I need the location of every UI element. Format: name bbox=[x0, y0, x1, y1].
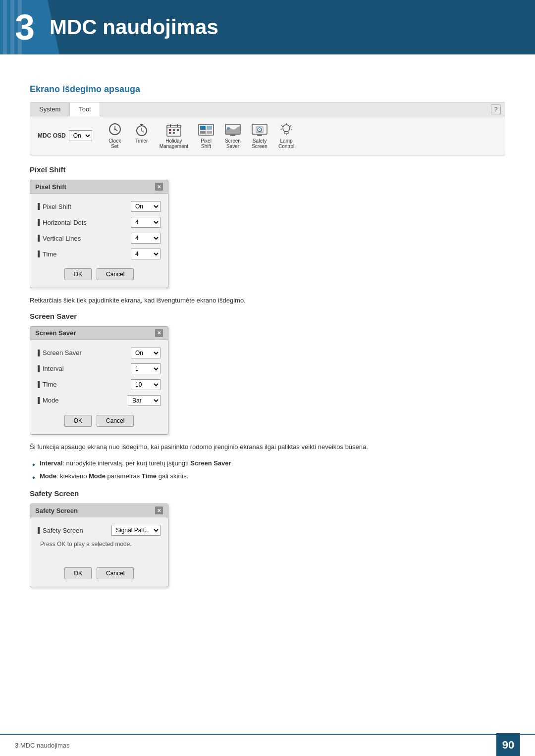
pixel-shift-label-3: Time bbox=[38, 251, 56, 258]
svg-rect-24 bbox=[200, 131, 206, 134]
svg-point-32 bbox=[283, 125, 290, 132]
toolbar-body: MDC OSD On Off bbox=[30, 116, 505, 155]
mdc-osd-control: MDC OSD On Off bbox=[38, 130, 92, 141]
pixel-shift-label-line1: Pixel bbox=[201, 138, 212, 144]
safety-screen-titlebar: Safety Screen ✕ bbox=[30, 504, 168, 517]
safety-screen-info: Press OK to play a selected mode. bbox=[38, 541, 160, 548]
safety-screen-label-line2: Screen bbox=[252, 144, 268, 149]
clock-set-label-line2: Set bbox=[111, 144, 118, 149]
timer-label: Timer bbox=[135, 138, 148, 144]
screen-saver-bold: Screen Saver bbox=[190, 459, 231, 467]
holiday-label-line1: Holiday bbox=[165, 138, 182, 144]
pixel-shift-icon bbox=[197, 122, 215, 137]
pixel-shift-row-2: Vertical Lines 4123 bbox=[38, 233, 160, 244]
pixel-shift-cancel-button[interactable]: Cancel bbox=[97, 268, 134, 280]
pixel-shift-close-button[interactable]: ✕ bbox=[155, 183, 163, 191]
toolbar-screen-saver[interactable]: Screen Saver bbox=[220, 120, 246, 151]
safety-screen-select-0[interactable]: Signal Patt... All White Scroll bbox=[111, 525, 160, 536]
mode-bold-2: Mode bbox=[89, 472, 106, 480]
clock-set-icon bbox=[106, 122, 124, 137]
svg-line-37 bbox=[290, 125, 291, 127]
pixel-shift-label-2: Vertical Lines bbox=[38, 235, 81, 242]
toolbar-icons: Clock Set Timer bbox=[102, 120, 299, 151]
safety-screen-cancel-button[interactable]: Cancel bbox=[97, 567, 134, 579]
tab-system[interactable]: System bbox=[30, 102, 70, 116]
screen-saver-select-1[interactable]: 123 bbox=[131, 363, 160, 374]
screen-saver-select-0[interactable]: OnOff bbox=[131, 348, 160, 358]
pixel-shift-row-0: Pixel Shift OnOff bbox=[38, 201, 160, 212]
pixel-shift-select-0[interactable]: OnOff bbox=[131, 201, 160, 212]
holiday-label-line2: Management bbox=[160, 144, 188, 149]
svg-rect-25 bbox=[207, 131, 212, 134]
screen-saver-select-2[interactable]: 10515 bbox=[131, 379, 160, 390]
clock-set-label-line1: Clock bbox=[108, 138, 121, 144]
svg-line-36 bbox=[281, 125, 283, 127]
footer-text: 3 MDC naudojimas bbox=[15, 742, 70, 749]
lamp-control-label-line2: Control bbox=[278, 144, 294, 149]
screen-saver-close-button[interactable]: ✕ bbox=[155, 329, 163, 337]
svg-rect-16 bbox=[169, 129, 171, 131]
pixel-shift-ok-button[interactable]: OK bbox=[64, 268, 92, 280]
label-bar-icon bbox=[38, 219, 40, 226]
label-bar-icon bbox=[38, 251, 40, 257]
pixel-shift-select-2[interactable]: 4123 bbox=[131, 233, 160, 244]
safety-screen-dialog-title: Safety Screen bbox=[35, 507, 78, 514]
toolbar-pixel-shift[interactable]: Pixel Shift bbox=[193, 120, 219, 151]
screen-saver-label-3: Mode bbox=[38, 397, 59, 404]
pixel-shift-dialog-title: Pixel Shift bbox=[35, 183, 66, 191]
toolbar-holiday[interactable]: Holiday Management bbox=[156, 120, 192, 151]
pixel-shift-select-3[interactable]: 4123 bbox=[131, 249, 160, 259]
svg-point-27 bbox=[227, 127, 230, 130]
chapter-number: 3 bbox=[15, 9, 35, 45]
safety-screen-ok-button[interactable]: OK bbox=[64, 567, 92, 579]
mdc-osd-select[interactable]: On Off bbox=[69, 130, 92, 141]
toolbar-safety-screen[interactable]: Safety Screen bbox=[247, 120, 272, 151]
screen-saver-row-0: Screen Saver OnOff bbox=[38, 348, 160, 358]
page-footer: 3 MDC naudojimas 90 bbox=[0, 734, 535, 756]
svg-rect-17 bbox=[173, 129, 175, 131]
timer-icon bbox=[133, 122, 151, 137]
safety-screen-buttons: OK Cancel bbox=[38, 563, 160, 582]
screen-saver-label-0: Screen Saver bbox=[38, 349, 82, 356]
label-bar-icon bbox=[38, 203, 40, 210]
section-heading: Ekrano išdegimo apsauga bbox=[30, 84, 505, 95]
tab-tool[interactable]: Tool bbox=[70, 102, 100, 116]
svg-rect-20 bbox=[173, 132, 175, 134]
pixel-shift-row-3: Time 4123 bbox=[38, 249, 160, 259]
svg-line-9 bbox=[142, 131, 144, 132]
screen-saver-cancel-button[interactable]: Cancel bbox=[97, 415, 134, 427]
safety-screen-icon bbox=[251, 122, 268, 137]
toolbar-lamp-control[interactable]: Lamp Control bbox=[273, 120, 299, 151]
holiday-icon bbox=[165, 122, 183, 137]
screen-saver-select-3[interactable]: BarEraserPixel bbox=[128, 395, 160, 406]
svg-rect-23 bbox=[207, 126, 212, 130]
safety-screen-row-0: Safety Screen Signal Patt... All White S… bbox=[38, 525, 160, 536]
screen-saver-buttons: OK Cancel bbox=[38, 411, 160, 429]
screen-saver-description: Ši funkcija apsaugo ekraną nuo išdegimo,… bbox=[30, 442, 505, 453]
pixel-shift-label-1: Horizontal Dots bbox=[38, 219, 87, 226]
bullet-mode: Mode: kiekvieno Mode parametras Time gal… bbox=[30, 471, 505, 482]
screen-saver-label-line2: Saver bbox=[226, 144, 239, 149]
screen-saver-row-1: Interval 123 bbox=[38, 363, 160, 374]
time-bold: Time bbox=[142, 472, 157, 480]
screen-saver-heading: Screen Saver bbox=[30, 312, 505, 320]
toolbar-timer[interactable]: Timer bbox=[129, 120, 155, 151]
pixel-shift-heading: Pixel Shift bbox=[30, 165, 505, 174]
help-button[interactable]: ? bbox=[491, 104, 501, 114]
toolbar-clock-set[interactable]: Clock Set bbox=[102, 120, 128, 151]
pixel-shift-description: Retkarčiais šiek tiek pajudinkite ekraną… bbox=[30, 296, 505, 306]
svg-rect-19 bbox=[169, 132, 171, 134]
screen-saver-body: Screen Saver OnOff Interval 123 Time bbox=[30, 340, 168, 434]
screen-saver-titlebar: Screen Saver ✕ bbox=[30, 327, 168, 340]
screen-saver-dialog-title: Screen Saver bbox=[35, 329, 76, 337]
screen-saver-ok-button[interactable]: OK bbox=[64, 415, 92, 427]
interval-bold: Interval bbox=[40, 459, 62, 467]
pixel-shift-titlebar: Pixel Shift ✕ bbox=[30, 180, 168, 194]
screen-saver-label-2: Time bbox=[38, 381, 56, 388]
chapter-header: 3 MDC naudojimas bbox=[0, 0, 535, 54]
page-number: 90 bbox=[496, 733, 520, 756]
safety-screen-close-button[interactable]: ✕ bbox=[155, 506, 163, 514]
safety-screen-body: Safety Screen Signal Patt... All White S… bbox=[30, 517, 168, 587]
pixel-shift-select-1[interactable]: 4123 bbox=[131, 217, 160, 228]
svg-point-6 bbox=[114, 129, 115, 130]
